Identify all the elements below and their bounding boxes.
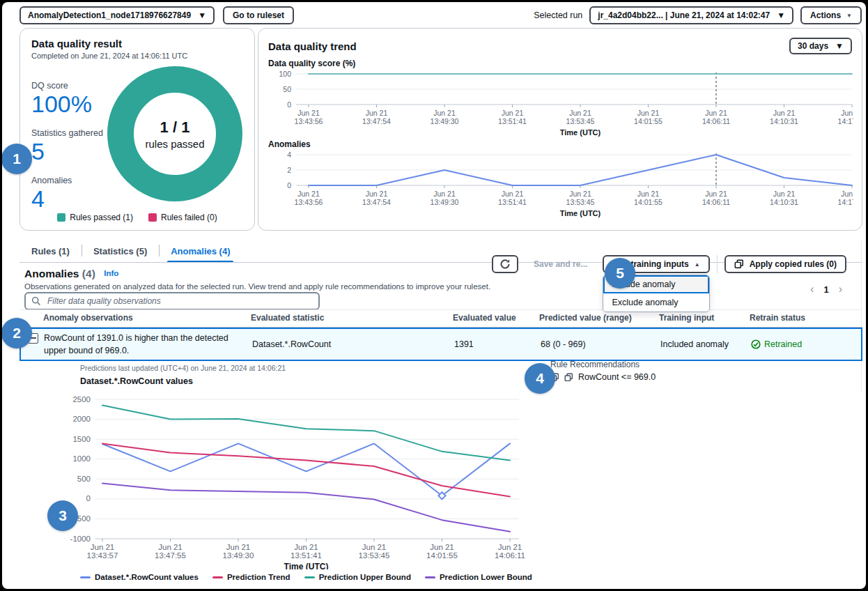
svg-text:14:01:55: 14:01:55 <box>634 198 662 206</box>
rowcount-legend: Dataset.*.RowCount valuesPrediction Tren… <box>80 573 532 581</box>
svg-text:14:01:55: 14:01:55 <box>426 551 458 560</box>
retrain-status-cell: Retrained <box>751 339 861 349</box>
anomalies-count: (4) <box>82 268 95 279</box>
svg-text:Jun 21: Jun 21 <box>297 190 320 198</box>
app-screen: AnomalyDetection1_node1718976627849 ▼ Go… <box>2 2 866 589</box>
svg-text:Jun 21: Jun 21 <box>498 543 522 551</box>
apply-copied-rules-button[interactable]: Apply copied rules (0) <box>724 255 846 273</box>
svg-text:4: 4 <box>287 151 291 159</box>
svg-text:13:43:56: 13:43:56 <box>295 198 323 206</box>
svg-text:Time (UTC): Time (UTC) <box>560 128 601 137</box>
anomalies-chart-label: Anomalies <box>268 139 852 149</box>
svg-text:50: 50 <box>283 85 291 93</box>
apply-copied-rules-label: Apply copied rules (0) <box>750 259 837 269</box>
go-to-ruleset-button[interactable]: Go to ruleset <box>223 6 294 24</box>
top-bar: AnomalyDetection1_node1718976627849 ▼ Go… <box>20 6 862 24</box>
metric-label: DQ score <box>31 81 107 91</box>
result-card-completed: Completed on June 21, 2024 at 14:06:11 U… <box>31 52 243 60</box>
svg-text:2500: 2500 <box>72 395 91 404</box>
donut-center-text: 1 / 1 rules passed <box>107 66 243 202</box>
tab-statistics[interactable]: Statistics (5) <box>82 240 159 262</box>
menu-item-exclude-anomaly[interactable]: Exclude anomaly <box>603 293 708 312</box>
anomalies-trend-chart: 024Jun 2113:43:56Jun 2113:47:54Jun 2113:… <box>268 149 853 217</box>
svg-text:Jun 21: Jun 21 <box>366 190 388 198</box>
svg-text:13:49:30: 13:49:30 <box>223 551 254 560</box>
svg-text:2000: 2000 <box>72 415 91 423</box>
topbar-right-group: Selected run jr_4a2d04bb22... | June 21,… <box>534 6 862 24</box>
svg-text:Jun 21: Jun 21 <box>502 190 524 198</box>
svg-text:Jun 21: Jun 21 <box>569 109 591 117</box>
save-and-retrain-button[interactable]: Save and re... <box>525 255 596 273</box>
legend-swatch <box>304 576 315 578</box>
svg-text:14:10:31: 14:10:31 <box>770 198 798 206</box>
chevron-down-icon: ▼ <box>835 41 844 51</box>
svg-text:13:53:45: 13:53:45 <box>566 117 595 125</box>
actions-button[interactable]: Actions ▼ <box>800 6 862 24</box>
run-select[interactable]: jr_4a2d04bb22... | June 21, 2024 at 14:0… <box>589 6 793 24</box>
svg-text:1500: 1500 <box>72 435 91 443</box>
svg-text:Jun 21: Jun 21 <box>433 109 456 117</box>
copy-icon[interactable] <box>564 373 573 382</box>
annotation-badge-2: 2 <box>2 318 32 348</box>
tab-rules[interactable]: Rules (1) <box>20 240 82 262</box>
predicted-value-cell: 68 (0 - 969) <box>541 339 660 349</box>
predictions-updated-text: Predictions last updated (UTC+4) on June… <box>80 364 286 372</box>
anomalies-description: Observations generated on analyzed data … <box>24 282 490 291</box>
svg-text:Jun 21: Jun 21 <box>366 109 388 117</box>
svg-text:Time (UTC): Time (UTC) <box>284 562 329 569</box>
svg-text:2: 2 <box>287 166 291 174</box>
svg-text:13:53:45: 13:53:45 <box>566 198 595 206</box>
svg-text:Jun 21: Jun 21 <box>433 190 456 198</box>
pagination: ‹ 1 › <box>810 284 842 295</box>
recommended-rule-text: RowCount <= 969.0 <box>578 372 656 382</box>
svg-text:14:06:11: 14:06:11 <box>702 198 730 206</box>
svg-text:Jun 21: Jun 21 <box>773 109 796 117</box>
svg-text:13:49:30: 13:49:30 <box>431 117 459 125</box>
svg-text:14:06:11: 14:06:11 <box>495 551 525 560</box>
svg-text:Jun 21: Jun 21 <box>773 190 796 198</box>
svg-text:Jun 21: Jun 21 <box>569 190 591 198</box>
dq-score-chart: 050100Jun 2113:43:56Jun 2113:47:54Jun 21… <box>268 68 853 137</box>
col-header-predicted-value: Predicted value (range) <box>539 310 659 327</box>
svg-text:Jun 21: Jun 21 <box>294 543 318 551</box>
svg-text:13:53:45: 13:53:45 <box>359 551 390 560</box>
svg-text:-1000: -1000 <box>70 535 91 543</box>
legend-swatch <box>425 576 435 578</box>
metric-value: 4 <box>31 185 107 213</box>
page-number[interactable]: 1 <box>823 284 828 295</box>
svg-text:14:17:49: 14:17:49 <box>838 198 853 206</box>
svg-text:13:43:56: 13:43:56 <box>295 117 323 125</box>
svg-text:0: 0 <box>287 181 291 190</box>
check-circle-icon <box>751 339 761 349</box>
range-select[interactable]: 30 days ▼ <box>789 38 852 54</box>
svg-text:Jun 21: Jun 21 <box>841 109 853 117</box>
anomalies-heading: Anomalies <box>24 268 79 279</box>
table-row[interactable]: RowCount of 1391.0 is higher than the de… <box>20 328 862 361</box>
node-select[interactable]: AnomalyDetection1_node1718976627849 ▼ <box>20 6 215 24</box>
svg-text:100: 100 <box>279 70 291 78</box>
svg-text:14:10:31: 14:10:31 <box>770 117 798 125</box>
refresh-button[interactable] <box>492 255 518 273</box>
donut-caption: rules passed <box>145 138 204 150</box>
rule-recommendations-label: Rule Recommendations <box>550 360 640 369</box>
metric-value: 100% <box>31 91 107 118</box>
info-link[interactable]: Info <box>104 269 118 277</box>
svg-text:14:01:55: 14:01:55 <box>634 117 662 125</box>
search-icon <box>31 296 41 306</box>
range-select-value: 30 days <box>798 41 828 51</box>
tab-anomalies[interactable]: Anomalies (4) <box>159 240 242 262</box>
data-quality-result-card: Data quality result Completed on June 21… <box>20 28 255 231</box>
previous-page-icon[interactable]: ‹ <box>810 284 814 295</box>
chevron-down-icon: ▼ <box>198 10 206 20</box>
legend-label: Rules passed (1) <box>70 213 133 222</box>
svg-text:1000: 1000 <box>72 454 91 463</box>
svg-text:13:51:41: 13:51:41 <box>498 117 527 125</box>
next-page-icon[interactable]: › <box>839 284 842 295</box>
svg-text:Jun 21: Jun 21 <box>158 543 183 551</box>
svg-text:13:43:57: 13:43:57 <box>87 551 118 560</box>
node-select-value: AnomalyDetection1_node1718976627849 <box>28 10 191 20</box>
svg-text:13:51:41: 13:51:41 <box>290 551 322 560</box>
svg-text:13:49:30: 13:49:30 <box>431 198 459 206</box>
result-metrics: DQ score 100% Statistics gathered 5 Anom… <box>31 61 107 213</box>
filter-input[interactable] <box>46 296 313 307</box>
